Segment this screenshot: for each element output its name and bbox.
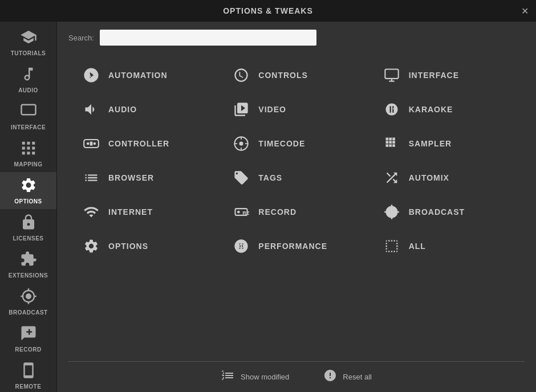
option-karaoke[interactable]: KARAOKE: [375, 93, 519, 125]
search-input[interactable]: [100, 30, 316, 46]
sidebar-item-interface[interactable]: INTERFACE: [0, 98, 56, 135]
bottom-bar: Show modified Reset all: [57, 362, 536, 392]
option-options[interactable]: OPTIONS: [74, 230, 218, 262]
reset-all-button[interactable]: Reset all: [323, 369, 372, 385]
content-area: Search: A+ AUTOMATION CONTROLS: [57, 22, 536, 392]
sidebar-item-record[interactable]: RECORD: [0, 320, 56, 357]
internet-icon: [81, 202, 101, 222]
sidebar-label-interface: INTERFACE: [11, 124, 46, 130]
title-bar-text: OPTIONS & TWEAKS: [223, 6, 313, 15]
extensions-sidebar-icon: [20, 251, 37, 270]
sidebar: TUTORIALS AUDIO INTERFACE MAPPING OPTION: [0, 22, 57, 392]
reset-all-label: Reset all: [343, 373, 372, 381]
sidebar-item-licenses[interactable]: LICENSES: [0, 209, 56, 246]
sidebar-item-mapping[interactable]: MAPPING: [0, 135, 56, 172]
automix-label: AUTOMIX: [409, 173, 449, 182]
karaoke-label: KARAOKE: [409, 105, 453, 114]
option-internet[interactable]: INTERNET: [74, 196, 218, 228]
controller-label: CONTROLLER: [108, 139, 169, 148]
option-record[interactable]: REC RECORD: [224, 196, 368, 228]
option-timecode[interactable]: TIMECODE: [224, 128, 368, 160]
sidebar-item-tutorials[interactable]: TUTORIALS: [0, 24, 56, 61]
options-icon: [81, 236, 101, 256]
timecode-icon: [231, 133, 251, 154]
video-label: VIDEO: [258, 105, 286, 114]
sidebar-item-broadcast[interactable]: BROADCAST: [0, 283, 56, 320]
close-button[interactable]: ✕: [519, 5, 530, 17]
main-layout: TUTORIALS AUDIO INTERFACE MAPPING OPTION: [0, 22, 536, 392]
show-modified-button[interactable]: Show modified: [221, 369, 289, 385]
svg-rect-9: [90, 142, 93, 146]
internet-label: INTERNET: [108, 207, 153, 217]
all-icon: [381, 236, 402, 256]
search-row: Search:: [57, 22, 536, 54]
tags-icon: [231, 168, 251, 188]
option-audio[interactable]: AUDIO: [74, 93, 218, 125]
option-browser[interactable]: BROWSER: [74, 162, 218, 194]
sampler-icon: [381, 133, 402, 154]
audio-label: AUDIO: [108, 105, 137, 114]
performance-icon: [231, 236, 251, 256]
audio-icon: [81, 99, 101, 120]
tags-label: TAGS: [258, 173, 282, 182]
option-controls[interactable]: CONTROLS: [224, 59, 368, 91]
sidebar-label-licenses: LICENSES: [13, 235, 43, 242]
option-controller[interactable]: CONTROLLER: [74, 128, 218, 160]
sidebar-item-audio[interactable]: AUDIO: [0, 61, 56, 98]
option-all[interactable]: ALL: [375, 230, 519, 262]
svg-rect-3: [385, 70, 398, 79]
options-sidebar-icon: [20, 177, 37, 196]
sidebar-label-mapping: MAPPING: [14, 161, 42, 168]
record-label: RECORD: [258, 207, 297, 217]
remote-sidebar-icon: [20, 362, 37, 381]
svg-point-11: [239, 142, 243, 146]
record-icon: REC: [231, 202, 251, 222]
svg-point-13: [237, 211, 240, 214]
broadcast-label: BROADCAST: [409, 207, 465, 217]
automix-icon: [381, 168, 402, 188]
sampler-label: SAMPLER: [409, 139, 452, 148]
options-grid: A+ AUTOMATION CONTROLS INTERFACE: [57, 54, 536, 361]
sidebar-item-options[interactable]: OPTIONS: [0, 172, 56, 209]
sidebar-item-extensions[interactable]: EXTENSIONS: [0, 246, 56, 283]
interface-label: INTERFACE: [409, 71, 459, 80]
option-automix[interactable]: AUTOMIX: [375, 162, 519, 194]
show-modified-label: Show modified: [241, 373, 289, 381]
svg-point-8: [94, 142, 96, 145]
sidebar-label-record: RECORD: [15, 346, 41, 353]
browser-label: BROWSER: [108, 173, 154, 182]
option-automation[interactable]: A+ AUTOMATION: [74, 59, 218, 91]
sidebar-item-remote[interactable]: REMOTE: [0, 357, 56, 392]
search-label: Search:: [68, 34, 94, 42]
option-video[interactable]: VIDEO: [224, 93, 368, 125]
title-bar: OPTIONS & TWEAKS ✕: [0, 0, 536, 22]
option-broadcast[interactable]: BROADCAST: [375, 196, 519, 228]
sidebar-label-audio: AUDIO: [18, 87, 38, 93]
video-icon: [231, 99, 251, 120]
show-modified-icon: [221, 369, 235, 385]
mapping-sidebar-icon: [20, 140, 37, 159]
sidebar-label-tutorials: TUTORIALS: [11, 50, 46, 56]
svg-point-7: [87, 142, 90, 145]
svg-text:A+: A+: [87, 72, 96, 79]
svg-text:REC: REC: [243, 210, 250, 216]
karaoke-icon: [381, 99, 402, 120]
interface-sidebar-icon: [20, 103, 37, 122]
sidebar-label-remote: REMOTE: [15, 383, 42, 390]
sidebar-label-extensions: EXTENSIONS: [9, 272, 48, 279]
reset-all-icon: [323, 369, 337, 385]
broadcast-sidebar-icon: [20, 288, 37, 307]
controller-icon: [81, 133, 101, 154]
option-tags[interactable]: TAGS: [224, 162, 368, 194]
sidebar-label-broadcast: BROADCAST: [9, 309, 47, 316]
automation-icon: A+: [81, 65, 101, 85]
broadcast-icon: [381, 202, 402, 222]
timecode-label: TIMECODE: [258, 139, 305, 148]
options-label: OPTIONS: [108, 242, 148, 251]
automation-label: AUTOMATION: [108, 71, 168, 80]
option-performance[interactable]: PERFORMANCE: [224, 230, 368, 262]
option-sampler[interactable]: SAMPLER: [375, 128, 519, 160]
performance-label: PERFORMANCE: [258, 242, 327, 251]
svg-rect-0: [21, 105, 35, 115]
option-interface[interactable]: INTERFACE: [375, 59, 519, 91]
